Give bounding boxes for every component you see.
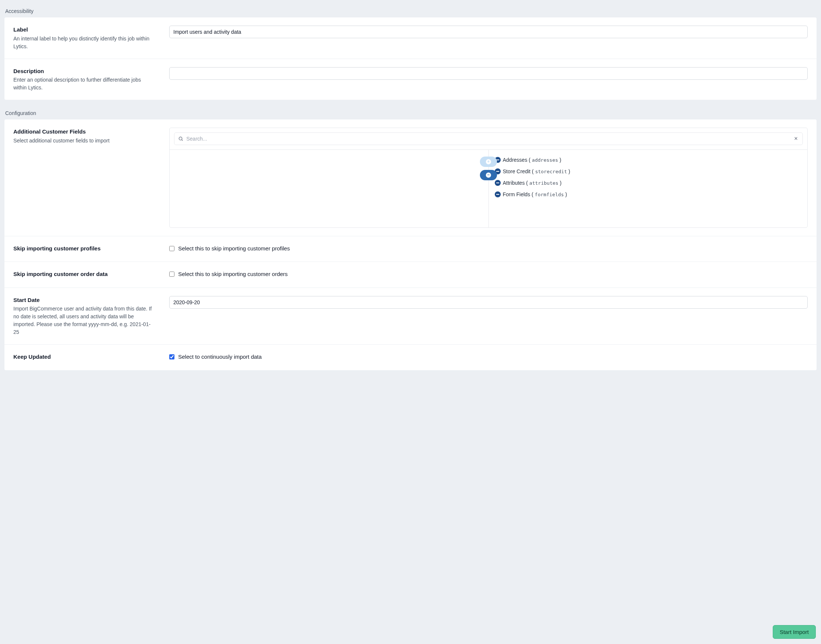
list-item-label: Attributes ( attributes ) [503, 179, 561, 187]
field-help-label: An internal label to help you distinctly… [13, 35, 154, 51]
section-header-configuration: Configuration [0, 106, 821, 120]
list-item[interactable]: Form Fields ( formfields ) [495, 189, 802, 200]
remove-icon[interactable] [495, 180, 501, 186]
label-input[interactable] [169, 26, 808, 38]
list-item[interactable]: Attributes ( attributes ) [495, 177, 802, 189]
section-header-accessibility: Accessibility [0, 5, 821, 17]
list-item-label: Addresses ( addresses ) [503, 156, 561, 164]
field-title-keep-updated: Keep Updated [13, 353, 154, 361]
field-title-description: Description [13, 67, 154, 76]
clear-search-icon[interactable]: ✕ [793, 135, 799, 143]
field-title-additional-fields: Additional Customer Fields [13, 127, 154, 136]
search-icon [178, 136, 183, 141]
configuration-card: Additional Customer Fields Select additi… [5, 120, 816, 370]
skip-profiles-checkbox-label: Select this to skip importing customer p… [178, 244, 290, 253]
field-row-skip-profiles: Skip importing customer profiles Select … [5, 236, 816, 262]
list-item-label: Store Credit ( storecredit ) [503, 168, 570, 175]
list-item-code: formfields [535, 192, 564, 197]
field-row-description: Description Enter an optional descriptio… [5, 59, 816, 100]
field-row-additional-fields: Additional Customer Fields Select additi… [5, 120, 816, 236]
list-item-code: storecredit [535, 169, 567, 174]
keep-updated-checkbox[interactable] [169, 354, 174, 359]
svg-line-1 [182, 140, 183, 141]
skip-profiles-checkbox[interactable] [169, 246, 174, 251]
field-title-label: Label [13, 26, 154, 34]
dual-list-selected: Addresses ( addresses )Store Credit ( st… [489, 150, 808, 227]
field-title-skip-orders: Skip importing customer order data [13, 270, 154, 279]
list-item-label: Form Fields ( formfields ) [503, 191, 567, 198]
field-row-keep-updated: Keep Updated Select to continuously impo… [5, 345, 816, 370]
field-title-start-date: Start Date [13, 296, 154, 305]
remove-all-button[interactable]: − [480, 170, 497, 180]
remove-icon[interactable] [495, 192, 501, 197]
field-help-additional-fields: Select additional customer fields to imp… [13, 137, 154, 145]
list-item-code: addresses [532, 157, 558, 163]
skip-orders-checkbox[interactable] [169, 271, 174, 277]
field-title-skip-profiles: Skip importing customer profiles [13, 244, 154, 253]
list-item[interactable]: Addresses ( addresses ) [495, 154, 802, 166]
skip-orders-checkbox-label: Select this to skip importing customer o… [178, 270, 288, 279]
dual-list: ✕ + − Addresses ( addresses )Store [169, 127, 808, 228]
field-row-skip-orders: Skip importing customer order data Selec… [5, 262, 816, 288]
description-input[interactable] [169, 67, 808, 80]
dual-list-search-input[interactable] [186, 136, 790, 142]
dual-list-search[interactable]: ✕ [174, 132, 803, 145]
list-item-code: attributes [529, 180, 558, 186]
svg-point-0 [179, 137, 182, 140]
field-help-description: Enter an optional description to further… [13, 76, 154, 92]
keep-updated-checkbox-label: Select to continuously import data [178, 353, 262, 361]
dual-list-available [170, 150, 489, 227]
start-date-input[interactable] [169, 296, 808, 309]
add-all-button[interactable]: + [480, 156, 497, 167]
accessibility-card: Label An internal label to help you dist… [5, 17, 816, 100]
field-row-label: Label An internal label to help you dist… [5, 17, 816, 59]
list-item[interactable]: Store Credit ( storecredit ) [495, 166, 802, 177]
field-help-start-date: Import BigCommerce user and activity dat… [13, 305, 154, 336]
field-row-start-date: Start Date Import BigCommerce user and a… [5, 288, 816, 345]
